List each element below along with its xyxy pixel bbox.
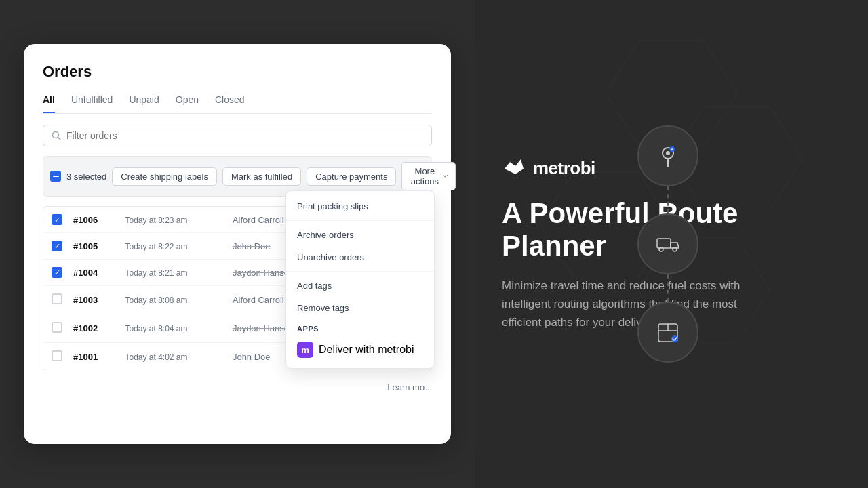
order-id-1006[interactable]: #1006 <box>73 215 98 225</box>
description: Minimize travel time and reduce fuel cos… <box>502 277 746 332</box>
route-line-1 <box>667 186 669 214</box>
left-panel: Orders All Unfulfilled Unpaid Open Close… <box>0 0 475 488</box>
order-id-1005[interactable]: #1005 <box>73 241 98 251</box>
check-icon: ✓ <box>54 269 60 277</box>
order-time-1002: Today at 8:04 am <box>125 324 187 333</box>
search-icon <box>52 131 61 140</box>
right-panel: + metrobi <box>475 0 868 488</box>
customer-name-1006: Alford Carroll <box>233 215 284 225</box>
more-actions-button[interactable]: More actions <box>401 162 455 190</box>
route-node-mid <box>637 214 698 274</box>
check-icon: ✓ <box>54 216 60 224</box>
route-diagram: + <box>637 125 698 363</box>
row-checkbox-1002[interactable] <box>52 322 62 333</box>
customer-name-1004: Jaydon Hansen <box>233 268 294 278</box>
unarchive-orders-item[interactable]: Unarchive orders <box>286 246 434 268</box>
row-checkbox-1001[interactable] <box>52 350 62 361</box>
create-shipping-labels-button[interactable]: Create shipping labels <box>112 167 217 186</box>
order-id-1003[interactable]: #1003 <box>73 295 98 305</box>
tab-open[interactable]: Open <box>176 94 199 113</box>
location-pin-icon: + <box>654 142 682 169</box>
order-time-1001: Today at 4:02 am <box>125 352 187 362</box>
package-icon <box>653 317 683 347</box>
archive-orders-item[interactable]: Archive orders <box>286 224 434 246</box>
order-time-1005: Today at 8:22 am <box>125 242 187 251</box>
learn-more-text: Learn mo... <box>43 382 432 392</box>
search-bar[interactable] <box>43 125 432 146</box>
metrobi-logo-icon <box>502 157 526 181</box>
remove-tags-item[interactable]: Remove tags <box>286 297 434 319</box>
metrobi-logo-text: metrobi <box>533 158 595 179</box>
search-input[interactable] <box>66 130 423 141</box>
svg-rect-13 <box>657 239 671 248</box>
customer-name-1002: Jaydon Hansen <box>233 323 294 333</box>
customer-name-1001: John Doe <box>233 352 271 362</box>
add-tags-item[interactable]: Add tags <box>286 274 434 297</box>
mark-as-fulfilled-button[interactable]: Mark as fulfilled <box>222 167 301 186</box>
dropdown-divider-1 <box>286 220 434 221</box>
route-line-2 <box>667 274 669 302</box>
orders-card: Orders All Unfulfilled Unpaid Open Close… <box>24 44 451 444</box>
svg-line-1 <box>58 138 61 140</box>
tagline: A Powerful Route Planner <box>502 197 760 263</box>
tab-all[interactable]: All <box>43 94 55 113</box>
svg-text:+: + <box>671 146 674 152</box>
tabs-bar: All Unfulfilled Unpaid Open Closed <box>43 94 432 114</box>
row-checkbox-1006[interactable]: ✓ <box>52 214 62 225</box>
order-id-1001[interactable]: #1001 <box>73 352 98 362</box>
chevron-down-icon <box>443 172 448 180</box>
row-checkbox-1005[interactable]: ✓ <box>52 241 62 251</box>
indeterminate-icon <box>53 176 59 177</box>
delivery-truck-icon <box>653 229 683 259</box>
row-checkbox-1003[interactable] <box>52 293 62 304</box>
selected-count-label: 3 selected <box>66 171 106 182</box>
tab-unpaid[interactable]: Unpaid <box>129 94 159 113</box>
route-node-top: + <box>637 125 698 186</box>
select-all-checkbox[interactable] <box>50 171 61 182</box>
order-time-1003: Today at 8:08 am <box>125 296 187 305</box>
route-node-bottom <box>637 302 698 363</box>
dropdown-divider-2 <box>286 271 434 272</box>
row-checkbox-1004[interactable]: ✓ <box>52 267 62 278</box>
tab-closed[interactable]: Closed <box>215 94 245 113</box>
capture-payments-button[interactable]: Capture payments <box>307 167 396 186</box>
customer-name-1003: Alford Carroll <box>233 295 284 305</box>
print-packing-slips-item[interactable]: Print packing slips <box>286 195 434 218</box>
order-id-1004[interactable]: #1004 <box>73 268 98 278</box>
order-id-1002[interactable]: #1002 <box>73 323 98 333</box>
deliver-with-metrobi-item[interactable]: m Deliver with metrobi <box>286 336 434 364</box>
more-actions-dropdown: Print packing slips Archive orders Unarc… <box>285 190 435 369</box>
order-time-1006: Today at 8:23 am <box>125 216 187 225</box>
svg-point-9 <box>666 151 670 155</box>
apps-section-label: APPS <box>286 319 434 336</box>
deliver-with-metrobi-label: Deliver with metrobi <box>319 344 414 356</box>
metrobi-logo: metrobi <box>502 157 595 181</box>
tab-unfulfilled[interactable]: Unfulfilled <box>71 94 113 113</box>
page-title: Orders <box>43 63 432 81</box>
metrobi-app-icon: m <box>297 342 313 358</box>
check-icon: ✓ <box>54 243 60 250</box>
order-time-1004: Today at 8:21 am <box>125 268 187 278</box>
customer-name-1005: John Doe <box>233 241 271 251</box>
